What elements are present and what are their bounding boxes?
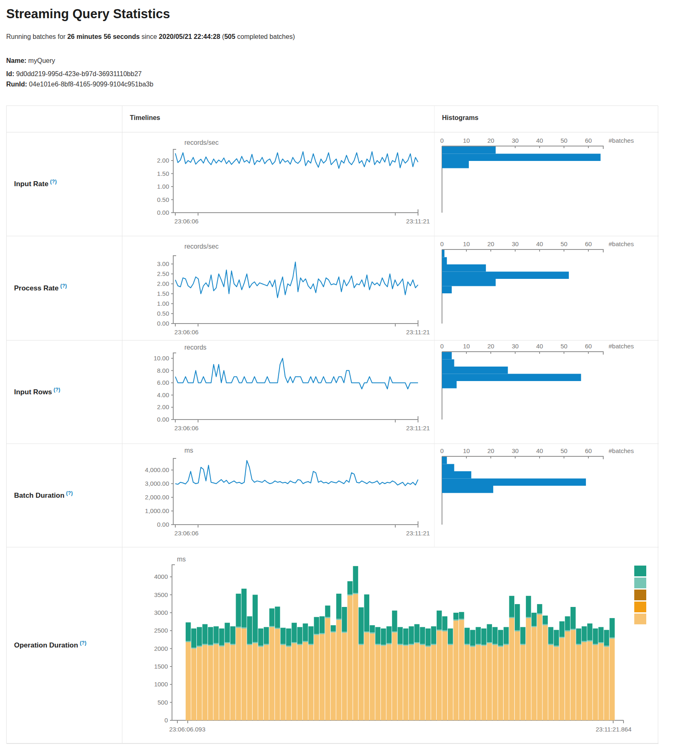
svg-text:40: 40 xyxy=(536,343,543,350)
query-name-row: Name: myQuery xyxy=(6,57,55,65)
page-title: Streaming Query Statistics xyxy=(6,7,170,22)
svg-text:records: records xyxy=(184,344,206,351)
id-label: Id: xyxy=(6,70,14,77)
process-rate-timeline-chart: records/sec3.002.502.001.501.000.500.002… xyxy=(122,236,435,341)
svg-text:0.00: 0.00 xyxy=(157,320,169,327)
process-rate-help-icon[interactable]: (?) xyxy=(60,283,67,289)
svg-text:6.00: 6.00 xyxy=(157,379,169,386)
streaming-query-statistics-page: { "header": { "title": "Streaming Query … xyxy=(0,0,700,753)
query-name-value: myQuery xyxy=(28,57,55,64)
svg-text:3000: 3000 xyxy=(154,609,168,616)
svg-text:10: 10 xyxy=(463,137,470,144)
svg-text:3500: 3500 xyxy=(154,591,168,598)
svg-text:1.00: 1.00 xyxy=(157,183,169,190)
svg-text:1.50: 1.50 xyxy=(157,290,169,297)
svg-text:23:11:21.864: 23:11:21.864 xyxy=(596,726,631,733)
start-timestamp: 2020/05/21 22:44:28 xyxy=(159,33,220,40)
batch-duration-help-icon[interactable]: (?) xyxy=(66,490,73,496)
row-label-operation-duration: Operation Duration(?) xyxy=(7,547,122,744)
input-rate-timeline-chart: records/sec2.001.501.000.500.0023:06:062… xyxy=(122,132,435,236)
batch-duration-timeline-chart: ms4,000.003,000.002,000.001,000.000.0023… xyxy=(122,444,435,547)
svg-text:23:11:21: 23:11:21 xyxy=(406,530,430,537)
subtitle-mid: since xyxy=(140,33,159,40)
svg-text:40: 40 xyxy=(536,240,543,247)
svg-text:records/sec: records/sec xyxy=(184,243,219,250)
svg-text:ms: ms xyxy=(184,447,193,454)
svg-text:0: 0 xyxy=(165,717,168,724)
input-rate-timeline-cell: records/sec2.001.501.000.500.0023:06:062… xyxy=(122,132,435,236)
query-runid-value: 04e101e6-8bf8-4165-9099-9104c951ba3b xyxy=(29,81,153,88)
operation-duration-cell: ms4000350030002500200015001000500023:06:… xyxy=(122,547,659,744)
svg-text:23:06:06: 23:06:06 xyxy=(174,218,198,225)
column-header-histograms: Histograms xyxy=(435,106,659,132)
svg-text:23:06:06: 23:06:06 xyxy=(174,530,198,537)
svg-text:0: 0 xyxy=(440,240,444,247)
subtitle-prefix: Running batches for xyxy=(6,33,67,40)
name-label: Name: xyxy=(6,57,26,64)
svg-text:30: 30 xyxy=(512,137,519,144)
svg-text:50: 50 xyxy=(561,240,568,247)
svg-text:2,000.00: 2,000.00 xyxy=(145,494,169,501)
process-rate-timeline-cell: records/sec3.002.502.001.501.000.500.002… xyxy=(122,236,435,341)
svg-text:60: 60 xyxy=(585,343,592,350)
svg-text:50: 50 xyxy=(561,137,568,144)
svg-text:4,000.00: 4,000.00 xyxy=(145,466,169,473)
query-id-row: Id: 9d0dd219-995d-423e-b97d-36931110bb27 xyxy=(6,70,142,78)
svg-text:10.00: 10.00 xyxy=(153,355,169,362)
input-rate-histogram-cell: 0102030405060#batches xyxy=(435,132,659,236)
subtitle-open-paren: ( xyxy=(220,33,225,40)
svg-text:1500: 1500 xyxy=(154,663,168,670)
svg-text:0: 0 xyxy=(440,447,444,454)
operation-duration-help-icon[interactable]: (?) xyxy=(80,640,86,646)
svg-text:2.00: 2.00 xyxy=(157,403,169,410)
svg-text:50: 50 xyxy=(561,343,568,350)
svg-text:60: 60 xyxy=(585,240,592,247)
svg-text:#batches: #batches xyxy=(609,137,634,144)
completed-batches-count: 505 xyxy=(224,33,235,40)
svg-text:3.00: 3.00 xyxy=(157,260,169,267)
svg-text:8.00: 8.00 xyxy=(157,367,169,374)
svg-text:0.50: 0.50 xyxy=(157,310,169,317)
svg-text:20: 20 xyxy=(487,343,495,350)
svg-text:0.00: 0.00 xyxy=(157,209,169,216)
svg-text:20: 20 xyxy=(487,137,495,144)
svg-text:records/sec: records/sec xyxy=(184,139,219,146)
svg-text:2500: 2500 xyxy=(154,627,168,634)
svg-text:23:11:21: 23:11:21 xyxy=(406,424,430,432)
row-label-input-rate: Input Rate(?) xyxy=(7,132,122,236)
svg-text:4.00: 4.00 xyxy=(157,391,169,398)
svg-text:2.00: 2.00 xyxy=(157,280,169,287)
svg-text:10: 10 xyxy=(463,240,470,247)
svg-text:23:06:06.093: 23:06:06.093 xyxy=(169,726,205,733)
svg-text:0.00: 0.00 xyxy=(157,416,169,423)
svg-text:23:06:06: 23:06:06 xyxy=(174,329,198,336)
svg-text:30: 30 xyxy=(512,240,519,247)
svg-text:20: 20 xyxy=(487,240,495,247)
batch-duration-histogram-cell: 0102030405060#batches xyxy=(435,444,659,547)
svg-text:2.50: 2.50 xyxy=(157,270,169,277)
svg-text:30: 30 xyxy=(512,447,519,454)
running-batches-summary: Running batches for 26 minutes 56 second… xyxy=(6,33,295,41)
input-rate-help-icon[interactable]: (?) xyxy=(50,179,57,185)
svg-text:50: 50 xyxy=(561,447,568,454)
row-label-input-rows: Input Rows(?) xyxy=(7,341,122,444)
svg-text:#batches: #batches xyxy=(609,240,634,247)
svg-text:500: 500 xyxy=(158,699,168,706)
column-header-empty xyxy=(7,106,122,132)
svg-text:2.00: 2.00 xyxy=(157,157,169,164)
subtitle-suffix: completed batches) xyxy=(235,33,295,40)
stats-table: Timelines Histograms Input Rate(?) recor… xyxy=(6,106,658,743)
input-rate-histogram-chart: 0102030405060#batches xyxy=(435,132,659,236)
svg-text:20: 20 xyxy=(487,447,495,454)
svg-text:60: 60 xyxy=(585,137,592,144)
svg-text:0.50: 0.50 xyxy=(157,196,169,203)
operation-duration-chart: ms4000350030002500200015001000500023:06:… xyxy=(122,547,659,744)
svg-text:#batches: #batches xyxy=(609,343,634,350)
process-rate-histogram-cell: 0102030405060#batches xyxy=(435,236,659,341)
column-header-timelines: Timelines xyxy=(122,106,435,132)
input-rows-help-icon[interactable]: (?) xyxy=(54,387,60,393)
svg-text:1000: 1000 xyxy=(154,681,168,688)
input-rows-timeline-chart: records10.008.006.004.002.000.0023:06:06… xyxy=(122,341,435,444)
svg-text:1.50: 1.50 xyxy=(157,170,169,177)
batch-duration-histogram-chart: 0102030405060#batches xyxy=(435,444,659,547)
